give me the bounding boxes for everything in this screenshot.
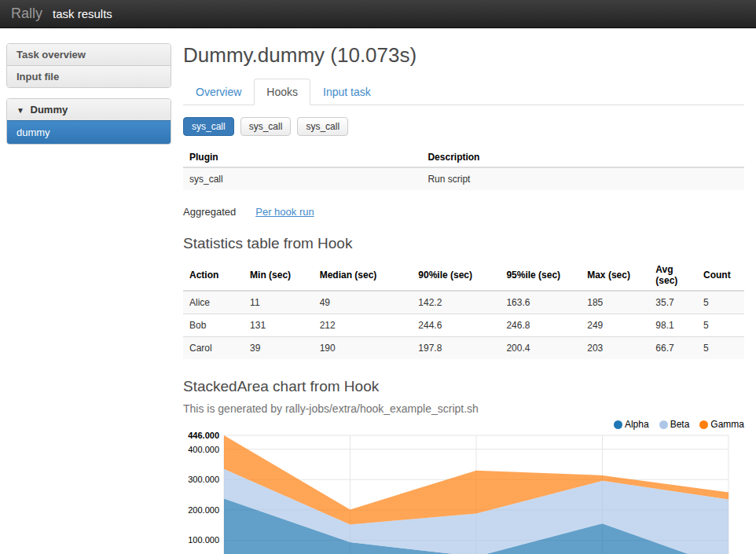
hook-button-1[interactable]: sys_call — [183, 117, 234, 136]
tab-hooks[interactable]: Hooks — [254, 79, 310, 105]
page-title: Dummy.dummy (10.073s) — [183, 43, 744, 67]
hook-button-3[interactable]: sys_call — [297, 117, 348, 136]
legend-dot-icon — [699, 420, 708, 429]
tabs: Overview Hooks Input task — [183, 79, 744, 105]
view-toggle: Aggregated Per hook run — [183, 206, 744, 218]
sidebar-group-label: Dummy — [31, 104, 68, 116]
table-cell: 5 — [697, 291, 744, 314]
aggregated-label: Aggregated — [183, 206, 236, 218]
table-row: sys_callRun script — [183, 167, 744, 190]
tab-overview-link[interactable]: Overview — [183, 79, 254, 105]
table-cell: Run script — [421, 167, 744, 190]
sidebar-nav-box: Task overview Input file — [6, 43, 171, 88]
sidebar-scenario-box: ▼ Dummy dummy — [6, 98, 171, 145]
column-header: Plugin — [183, 148, 421, 167]
statistics-table: ActionMin (sec)Median (sec)90%ile (sec)9… — [183, 260, 744, 359]
legend-item[interactable]: Alpha — [614, 419, 649, 430]
column-header: Action — [183, 260, 244, 291]
table-cell: 163.6 — [500, 291, 581, 314]
column-header: Max (sec) — [581, 260, 649, 291]
hook-button-2[interactable]: sys_call — [240, 117, 292, 136]
sidebar-group-dummy[interactable]: ▼ Dummy — [7, 99, 171, 120]
column-header: Min (sec) — [244, 260, 314, 291]
chart-legend: AlphaBetaGamma — [183, 419, 744, 430]
navbar-title: task results — [53, 7, 112, 20]
table-cell: 142.2 — [412, 291, 500, 314]
table-cell: 190 — [314, 337, 413, 360]
table-cell: 185 — [581, 291, 649, 314]
table-row: Bob131212244.6246.824998.15 — [183, 314, 744, 337]
column-header: Description — [421, 148, 744, 167]
tab-input-task-link[interactable]: Input task — [310, 79, 384, 105]
main-content: Dummy.dummy (10.073s) Overview Hooks Inp… — [183, 43, 744, 554]
svg-text:200.000: 200.000 — [188, 505, 219, 515]
sidebar-item-input-file[interactable]: Input file — [7, 65, 171, 87]
table-cell: 200.4 — [500, 337, 581, 360]
stacked-area-chart: AlphaBetaGamma 0.000100.000200.000300.00… — [183, 419, 744, 554]
column-header: 95%ile (sec) — [500, 260, 581, 291]
chart-subtitle: This is generated by rally-jobs/extra/ho… — [183, 402, 744, 415]
chevron-down-icon: ▼ — [17, 106, 24, 115]
legend-item[interactable]: Gamma — [699, 419, 744, 430]
table-cell: 66.7 — [649, 337, 697, 360]
table-row: Alice1149142.2163.618535.75 — [183, 291, 744, 314]
hook-run-buttons: sys_call sys_call sys_call — [183, 117, 744, 136]
svg-text:400.000: 400.000 — [188, 445, 219, 454]
column-header: Median (sec) — [314, 260, 413, 291]
chart-section-title: StackedArea chart from Hook — [183, 378, 744, 395]
table-row: Carol39190197.8200.420366.75 — [183, 337, 744, 360]
stats-section-title: Statistics table from Hook — [183, 235, 744, 252]
table-cell: 98.1 — [649, 314, 697, 337]
table-cell: 35.7 — [649, 291, 697, 314]
column-header: 90%ile (sec) — [412, 260, 500, 291]
column-header: Count — [697, 260, 744, 291]
svg-text:300.000: 300.000 — [188, 475, 219, 484]
sidebar-item-task-overview[interactable]: Task overview — [7, 44, 171, 65]
table-cell: 5 — [697, 314, 744, 337]
table-cell: 203 — [581, 337, 649, 360]
table-header-row: ActionMin (sec)Median (sec)90%ile (sec)9… — [183, 260, 744, 291]
legend-label: Beta — [670, 419, 690, 430]
table-cell: Bob — [183, 314, 244, 337]
legend-label: Alpha — [625, 419, 649, 430]
tab-input-task[interactable]: Input task — [310, 79, 384, 105]
table-cell: sys_call — [183, 167, 421, 190]
navbar: Rally task results — [0, 0, 756, 28]
table-cell: 11 — [244, 291, 314, 314]
legend-label: Gamma — [710, 419, 744, 430]
legend-dot-icon — [659, 420, 668, 429]
table-cell: 244.6 — [412, 314, 500, 337]
plugin-table: PluginDescriptionsys_callRun script — [183, 148, 744, 190]
table-cell: 249 — [581, 314, 649, 337]
tab-hooks-link[interactable]: Hooks — [254, 79, 310, 105]
table-cell: 5 — [697, 337, 744, 360]
table-cell: Carol — [183, 337, 244, 360]
per-hook-run-link[interactable]: Per hook run — [255, 206, 314, 218]
table-cell: 131 — [244, 314, 314, 337]
table-cell: Alice — [183, 291, 244, 314]
sidebar: Task overview Input file ▼ Dummy dummy — [6, 43, 171, 554]
legend-item[interactable]: Beta — [659, 419, 690, 430]
table-cell: 246.8 — [500, 314, 581, 337]
tab-overview[interactable]: Overview — [183, 79, 254, 105]
legend-dot-icon — [614, 420, 622, 429]
svg-text:100.000: 100.000 — [188, 535, 219, 545]
sidebar-item-dummy[interactable]: dummy — [7, 120, 171, 144]
brand-link[interactable]: Rally — [11, 6, 42, 22]
table-cell: 39 — [244, 337, 314, 360]
table-header-row: PluginDescription — [183, 148, 744, 167]
table-cell: 49 — [314, 291, 413, 314]
svg-text:446.000: 446.000 — [188, 431, 219, 440]
chart-canvas: 0.000100.000200.000300.000400.000446.000… — [183, 430, 744, 554]
table-cell: 212 — [314, 314, 413, 337]
table-cell: 197.8 — [412, 337, 500, 360]
column-header: Avg (sec) — [649, 260, 697, 291]
